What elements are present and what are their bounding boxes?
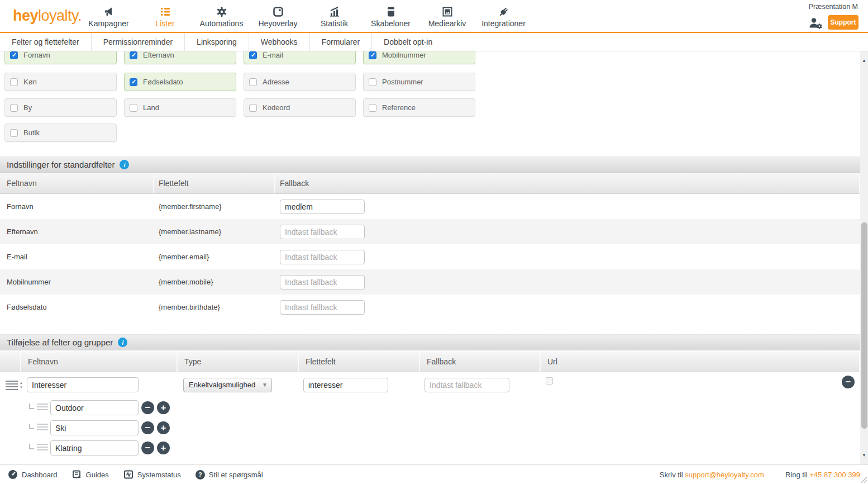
- fallback-input-mobilnummer[interactable]: [280, 275, 365, 290]
- checkbox[interactable]: [369, 51, 376, 59]
- field-toggle-email[interactable]: E-mail: [244, 51, 356, 64]
- scroll-up-arrow[interactable]: ▲: [860, 58, 868, 63]
- subnav-felter-og-flettefelter[interactable]: Felter og flettefelter: [0, 33, 92, 51]
- field-toggle-efternavn[interactable]: Efternavn: [124, 51, 236, 64]
- field-toggle-reference[interactable]: Reference: [363, 98, 475, 117]
- drag-handle[interactable]: [37, 444, 48, 452]
- column-header-feltnavn: Feltnavn: [21, 352, 178, 372]
- footer-link-systemstatus[interactable]: Systemstatus: [123, 469, 181, 480]
- support-button[interactable]: Support: [828, 15, 859, 30]
- subnav-permissionreminder[interactable]: Permissionreminder: [92, 33, 185, 51]
- remove-option-button[interactable]: −: [141, 421, 154, 434]
- add-option-button[interactable]: +: [157, 442, 170, 454]
- subnav-formularer[interactable]: Formularer: [310, 33, 372, 51]
- field-name: Fødselsdato: [0, 303, 154, 311]
- column-header-flettefelt: Flettefelt: [154, 173, 275, 193]
- groups-table-header: Feltnavn Type Flettefelt Fallback Url: [0, 352, 860, 372]
- checkbox[interactable]: [249, 51, 257, 59]
- field-toggle-mobilnummer[interactable]: Mobilnummer: [363, 51, 475, 64]
- fallback-input-foedselsdato[interactable]: [280, 300, 365, 315]
- lister-subnav: Felter og flettefelter Permissionreminde…: [0, 33, 868, 51]
- group-name-input[interactable]: [27, 377, 139, 392]
- nav-label: Mediearkiv: [419, 19, 475, 28]
- group-mergefield-input[interactable]: [303, 378, 388, 392]
- drag-handle[interactable]: [37, 404, 48, 412]
- nav-item-automations[interactable]: Automations: [193, 0, 250, 32]
- field-toggle-adresse[interactable]: Adresse: [244, 73, 356, 91]
- remove-option-button[interactable]: −: [141, 442, 154, 454]
- remove-group-button[interactable]: −: [842, 376, 855, 388]
- support-phone-link[interactable]: +45 87 300 399: [809, 471, 860, 479]
- url-checkbox[interactable]: [546, 377, 553, 385]
- checkbox[interactable]: [10, 129, 18, 137]
- checkbox[interactable]: [10, 104, 18, 112]
- checkbox[interactable]: [130, 78, 137, 86]
- drag-handle[interactable]: [37, 424, 48, 432]
- subnav-dobbelt-opt-in[interactable]: Dobbelt opt-in: [372, 33, 444, 51]
- megaphone-icon: [80, 5, 137, 18]
- column-header-flettefelt: Flettefelt: [299, 352, 420, 372]
- checkbox[interactable]: [369, 104, 376, 112]
- option-input-klatring[interactable]: [50, 440, 139, 455]
- main-nav: Kampagner Lister Automations Heyoverlay …: [80, 0, 532, 32]
- field-toggle-land[interactable]: Land: [124, 98, 236, 117]
- field-toggle-koen[interactable]: Køn: [4, 73, 117, 91]
- field-toggle-kodeord[interactable]: Kodeord: [244, 98, 356, 117]
- vertical-scrollbar[interactable]: ▲ ▼: [860, 51, 868, 464]
- nav-item-heyoverlay[interactable]: Heyoverlay: [250, 0, 306, 32]
- info-icon[interactable]: i: [120, 160, 129, 169]
- nav-item-integrationer[interactable]: Integrationer: [475, 0, 532, 32]
- checkbox[interactable]: [130, 104, 137, 112]
- merge-field: {member.mobile}: [154, 278, 275, 286]
- group-fallback-input[interactable]: [425, 378, 509, 392]
- option-input-outdoor[interactable]: [50, 400, 139, 415]
- nav-item-skabeloner[interactable]: Skabeloner: [363, 0, 419, 32]
- nav-label: Statistik: [306, 19, 363, 28]
- field-toggle-by[interactable]: By: [4, 98, 117, 117]
- field-toggle-butik[interactable]: Butik: [4, 124, 117, 142]
- gear-icon: [193, 5, 250, 18]
- add-option-button[interactable]: +: [157, 421, 170, 434]
- subnav-linksporing[interactable]: Linksporing: [185, 33, 249, 51]
- table-row-efternavn: Efternavn {member.lastname}: [0, 219, 860, 244]
- dashboard-icon: [8, 469, 18, 480]
- nav-label: Kampagner: [80, 19, 137, 28]
- checkbox[interactable]: [249, 104, 257, 112]
- footer-link-dashboard[interactable]: Dashboard: [8, 469, 58, 480]
- subnav-webhooks[interactable]: Webhooks: [249, 33, 310, 51]
- nav-item-statistik[interactable]: Statistik: [306, 0, 363, 32]
- chart-icon: [306, 5, 363, 18]
- field-toggle-fornavn[interactable]: Fornavn: [4, 51, 117, 64]
- info-icon[interactable]: i: [118, 338, 127, 347]
- fallback-input-fornavn[interactable]: [280, 200, 365, 214]
- field-type-select[interactable]: Enkeltvalgsmulighed ▼: [183, 378, 272, 392]
- checkbox[interactable]: [369, 78, 376, 86]
- scroll-down-arrow[interactable]: ▼: [860, 453, 868, 458]
- checkbox[interactable]: [130, 51, 137, 59]
- checkbox[interactable]: [10, 51, 18, 59]
- drag-handle[interactable]: ▲▼: [6, 381, 18, 390]
- checkbox[interactable]: [249, 78, 257, 86]
- field-toggle-foedselsdato[interactable]: Fødselsdato: [124, 73, 236, 91]
- fallback-input-email[interactable]: [280, 250, 365, 264]
- checkbox[interactable]: [10, 78, 18, 86]
- nav-label: Integrationer: [475, 19, 532, 28]
- support-email-link[interactable]: support@heyloyalty.com: [685, 471, 764, 479]
- nav-item-lister[interactable]: Lister: [137, 0, 193, 32]
- media-icon: [419, 5, 475, 18]
- footer-link-guides[interactable]: Guides: [72, 469, 109, 480]
- nav-item-mediearkiv[interactable]: Mediearkiv: [419, 0, 475, 32]
- column-header-fallback: Fallback: [420, 352, 541, 372]
- overlay-icon: [250, 5, 306, 18]
- scrollbar-thumb[interactable]: [861, 222, 867, 429]
- heyloyalty-logo[interactable]: heyloyalty.: [13, 7, 82, 25]
- field-toggle-postnummer[interactable]: Postnummer: [363, 73, 475, 91]
- column-header-url: Url: [541, 352, 860, 372]
- remove-option-button[interactable]: −: [141, 401, 154, 414]
- nav-item-kampagner[interactable]: Kampagner: [80, 0, 137, 32]
- option-input-ski[interactable]: [50, 420, 139, 435]
- user-settings-icon[interactable]: [808, 16, 823, 32]
- footer-link-ask-question[interactable]: ? Stil et spørgsmål: [195, 470, 263, 480]
- add-option-button[interactable]: +: [157, 401, 170, 414]
- fallback-input-efternavn[interactable]: [280, 225, 365, 239]
